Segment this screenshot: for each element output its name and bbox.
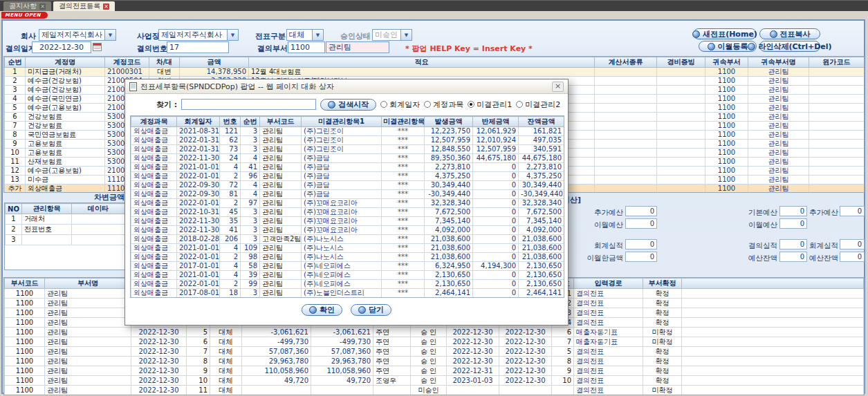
table-row[interactable]: 외상매출금2022-11-30353관리팀(주)꼬매요코리아***7,345,1… <box>131 217 564 226</box>
cell <box>595 113 657 122</box>
budget-label: 이월예산 <box>576 220 623 230</box>
cell <box>657 185 705 194</box>
radio-open-mgmt1[interactable]: 미결관리1 <box>468 100 512 110</box>
search-start-button[interactable]: 검색시작 <box>320 99 376 111</box>
table-row[interactable]: 2전표번호 <box>6 225 125 235</box>
cell: (주)나노시스 <box>302 235 382 244</box>
radio-open-mgmt2[interactable]: 미결관리2 <box>516 100 560 110</box>
cell: 2022-01-01 <box>177 172 220 181</box>
site-select[interactable]: 제일저지주식회사 ▼ <box>158 29 239 41</box>
cell: 2022-12-30 <box>447 337 499 347</box>
table-row[interactable]: 1100관리팀2022-12-308대체29,963,78029,963,780… <box>5 357 864 366</box>
cell: 국민연금보험료 <box>26 131 105 140</box>
radio-accounting-date[interactable]: 회계일자 <box>380 100 420 110</box>
table-row[interactable]: 외상매출금2022-11-30413관리팀(주)꼬매요코리아***4,092,0… <box>131 226 564 235</box>
cell: 0 <box>473 190 519 199</box>
cell: 2022-12-30 <box>447 357 499 366</box>
table-row[interactable]: 1거래처 <box>6 214 125 225</box>
table-row[interactable]: 외상매출금2022-01-01298관리팀(주)나노시스***21,038,60… <box>131 253 564 262</box>
line-delete-button[interactable]: 라인삭제(Ctrl+Del) <box>759 41 820 52</box>
table-row[interactable]: 1미지급금(거래처)21000301대변14,378,95012월 4대보험료1… <box>5 68 865 77</box>
table-row[interactable]: 외상매출금2017-08-01183관리팀(주)노블인더스트리***2,464,… <box>131 289 564 298</box>
cell: 관리팀 <box>260 163 302 172</box>
table-row[interactable]: 외상매출금2022-01-01299관리팀(주)네오피에스***2,130,65… <box>131 280 564 289</box>
approval-status-select[interactable]: 미승인 ▼ <box>372 29 412 41</box>
chevron-down-icon[interactable]: ▼ <box>227 30 238 40</box>
cell: *** <box>382 226 425 235</box>
close-button[interactable]: 닫기 <box>351 304 391 316</box>
cell: 결의전표 <box>574 308 643 318</box>
table-row[interactable]: 1100관리팀2022-12-3011대체미승인결의전표미확정 <box>5 386 864 395</box>
cell: 외상매출금 <box>26 185 105 194</box>
table-row[interactable]: 1100관리팀2022-12-306대체-499,730-499,730주연승 … <box>5 337 864 347</box>
cell: 1100 <box>705 104 748 113</box>
cell: 3 <box>241 217 260 226</box>
new-voucher-button[interactable]: 새전표(Home) <box>693 28 757 39</box>
cell: 미지급금(거래처) <box>26 68 105 77</box>
cell: 2,464,141 <box>519 289 564 298</box>
table-row[interactable]: 외상매출금2021-01-01441관리팀(주)금담***2,273,81002… <box>131 163 564 172</box>
button-label: 확인 <box>320 305 335 315</box>
cell: 관리팀 <box>748 167 809 176</box>
open-items-grid: 계정과목회계일자번호순번부서코드미결관리항목1미결관리항목2발생금액반제금액잔액… <box>130 115 564 298</box>
table-row[interactable]: 외상매출금2022-09-30724관리팀(주)금담***30,349,4400… <box>131 181 564 190</box>
copy-voucher-button[interactable]: 전표복사 <box>759 28 820 39</box>
chevron-down-icon[interactable]: ▼ <box>400 30 412 40</box>
column-header: 순번 <box>241 117 260 127</box>
calendar-icon[interactable] <box>93 42 102 51</box>
table-row[interactable]: 외상매출금2022-11-30244관리팀(주)금담***89,350,3604… <box>131 154 564 163</box>
slip-type-select[interactable]: 대체 ▼ <box>286 29 324 41</box>
table-row[interactable]: 외상매출금2017-01-01458관리팀(주)네오피에스***6,324,95… <box>131 262 564 271</box>
menu-open-button[interactable]: MENU OPEN <box>1 12 48 19</box>
cell <box>72 225 125 235</box>
column-header: 적요 <box>249 57 595 68</box>
tab-voucher-register[interactable]: 결의전표등록 × <box>53 1 115 11</box>
cell: 2021-01-01 <box>177 163 220 172</box>
cell: 관리팀 <box>260 217 302 226</box>
resolution-date-input[interactable] <box>32 41 91 53</box>
close-icon[interactable]: × <box>39 3 46 10</box>
cell: (주)금담 <box>302 172 382 181</box>
table-row[interactable]: 1100관리팀2022-12-309대체110,058,960110,058,9… <box>5 366 864 376</box>
table-row[interactable]: 외상매출금2022-01-01296관리팀(주)금담***4,375,25004… <box>131 172 564 181</box>
cell: 미확정 <box>643 337 682 347</box>
ok-button[interactable]: 확인 <box>302 304 342 316</box>
cell: 2022-12-30 <box>131 366 187 376</box>
table-row[interactable]: 외상매출금2021-01-01439관리팀(주)네오피에스***2,130,65… <box>131 271 564 280</box>
table-row[interactable]: 외상매출금2022-10-31453관리팀(주)꼬매요코리아***7,672,5… <box>131 208 564 217</box>
cell: 외상매출금 <box>131 199 177 208</box>
table-row[interactable]: 외상매출금2022-01-31733관리팀(주)그린조이***12,848,55… <box>131 145 564 154</box>
table-row[interactable]: 외상매출금2022-01-01297관리팀(주)꼬매요코리아***32,328,… <box>131 199 564 208</box>
budget-label: 추가예산 <box>576 208 623 218</box>
cell: 예수금(국민연금) <box>26 95 105 104</box>
cell: 승 인 <box>411 366 447 376</box>
radio-account-title[interactable]: 계정과목 <box>424 100 463 110</box>
close-icon[interactable]: × <box>552 82 564 92</box>
tab-notice[interactable]: 공지사항 × <box>3 1 51 11</box>
table-row[interactable]: 외상매출금2021-08-311213관리팀(주)그린조이***12,223,7… <box>131 127 564 136</box>
button-icon <box>692 30 700 38</box>
resolution-no-input[interactable] <box>167 41 229 53</box>
budget-value: 0 <box>779 206 807 216</box>
cell: *** <box>382 208 425 217</box>
dept-name-input[interactable] <box>326 41 389 53</box>
table-row[interactable]: 외상매출금2022-01-31623관리팀(주)그린조이***12,507,95… <box>131 136 564 145</box>
cell: 2022-12-31 <box>447 366 499 376</box>
table-row[interactable]: 외상매출금2022-09-30814관리팀(주)금담***-30,349,440… <box>131 190 564 199</box>
chevron-down-icon[interactable]: ▼ <box>104 30 116 40</box>
company-select[interactable]: 제일저지주식회사 ▼ <box>39 29 116 41</box>
chevron-down-icon[interactable]: ▼ <box>312 30 323 40</box>
cell: 2,273,810 <box>519 163 564 172</box>
find-input[interactable] <box>181 99 316 110</box>
dept-code-input[interactable] <box>288 41 325 53</box>
table-row[interactable]: 1100관리팀2022-12-305대체-3,061,621-3,061,621… <box>5 328 864 337</box>
table-row[interactable]: 외상매출금2018-02-282063고객만족2팀(JJ(주)나노시스***21… <box>131 235 564 244</box>
table-row[interactable]: 외상매출금2021-01-014109관리팀(주)나노시스***21,038,6… <box>131 244 564 253</box>
table-row[interactable]: 1100관리팀2022-12-3010대체49,72049,720조영우승 인2… <box>5 376 864 386</box>
cell <box>657 140 705 149</box>
close-icon[interactable]: × <box>103 3 109 10</box>
table-row[interactable]: 1100관리팀2022-12-307대체57,087,36057,087,360… <box>5 347 864 357</box>
table-row[interactable]: 3 <box>6 235 125 245</box>
cell: 340,591 <box>519 145 564 154</box>
column-header: 부서코드 <box>260 117 302 127</box>
